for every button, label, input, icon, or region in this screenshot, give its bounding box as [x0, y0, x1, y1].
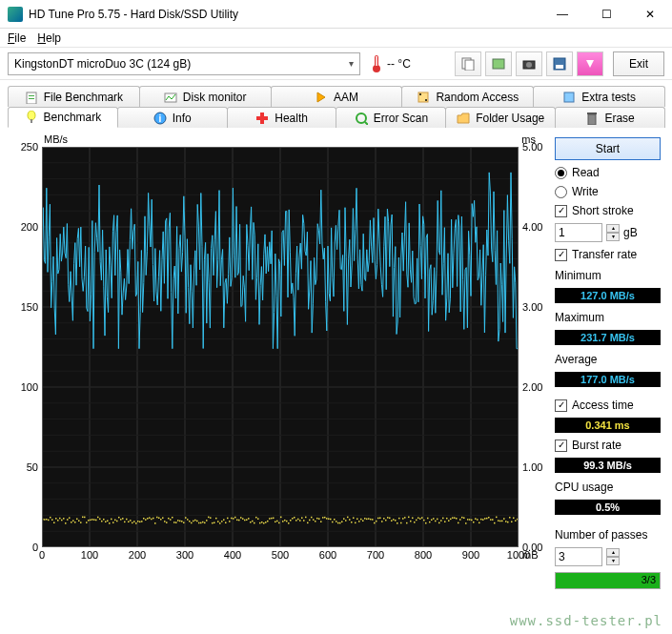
svg-rect-231 — [349, 519, 351, 521]
svg-rect-204 — [297, 519, 299, 521]
svg-rect-148 — [191, 522, 193, 524]
tab-health[interactable]: Health — [227, 107, 337, 128]
svg-rect-190 — [271, 518, 273, 520]
svg-rect-276 — [435, 521, 437, 522]
passes-input[interactable] — [555, 547, 602, 566]
error-icon — [355, 112, 368, 125]
svg-rect-309 — [498, 520, 499, 522]
svg-rect-77 — [55, 518, 57, 520]
maximize-button[interactable]: ☐ — [584, 0, 628, 29]
exit-button[interactable]: Exit — [613, 51, 664, 76]
svg-rect-235 — [356, 519, 358, 521]
passes-spinner[interactable]: ▴▾ — [606, 548, 620, 565]
svg-rect-168 — [229, 521, 231, 522]
svg-rect-117 — [132, 522, 133, 524]
svg-rect-261 — [406, 522, 408, 524]
tab-folder[interactable]: Folder Usage — [445, 107, 556, 128]
x-tick: 500 — [272, 549, 289, 580]
write-radio-row[interactable]: Write — [555, 185, 661, 198]
svg-rect-268 — [419, 518, 421, 520]
toolbar: KingstonDT microDuo 3C (124 gB) ▾ -- °C … — [0, 48, 672, 80]
access-time-check[interactable]: Access time — [555, 399, 661, 412]
short-stroke-spinner[interactable]: ▴▾ — [606, 224, 620, 241]
svg-rect-221 — [330, 519, 332, 521]
minimum-value: 127.0 MB/s — [555, 288, 661, 303]
copy-screenshot-button[interactable] — [485, 51, 512, 76]
save-button[interactable] — [546, 51, 573, 76]
svg-rect-177 — [246, 519, 248, 521]
svg-rect-158 — [210, 517, 212, 519]
svg-rect-87 — [74, 522, 76, 523]
y-left-tick: 250 — [11, 141, 38, 153]
svg-point-16 — [425, 99, 427, 101]
svg-point-24 — [356, 113, 366, 123]
svg-rect-246 — [377, 518, 379, 520]
svg-rect-238 — [362, 520, 364, 522]
svg-rect-317 — [513, 518, 515, 520]
svg-rect-228 — [343, 518, 345, 520]
svg-rect-164 — [221, 521, 223, 522]
svg-rect-94 — [88, 520, 90, 522]
svg-rect-98 — [95, 520, 97, 522]
svg-rect-5 — [493, 59, 504, 69]
tab-file-bench[interactable]: File Benchmark — [8, 86, 140, 107]
tab-label: Random Access — [436, 91, 519, 104]
tab-label: Disk monitor — [183, 91, 247, 104]
menu-help[interactable]: Help — [37, 31, 61, 45]
svg-rect-240 — [366, 519, 368, 521]
close-button[interactable]: ✕ — [628, 0, 672, 29]
read-radio-row[interactable]: Read — [555, 166, 661, 179]
svg-rect-103 — [105, 522, 107, 523]
start-button[interactable]: Start — [555, 137, 661, 160]
svg-rect-274 — [431, 519, 433, 521]
screenshot-button[interactable] — [516, 51, 542, 76]
copy-info-button[interactable] — [455, 51, 481, 76]
aam-icon — [315, 91, 328, 104]
tab-disk-mon[interactable]: Disk monitor — [139, 86, 272, 107]
svg-rect-220 — [328, 518, 330, 520]
svg-rect-104 — [107, 521, 109, 522]
svg-rect-210 — [309, 520, 311, 522]
tab-aam[interactable]: AAM — [271, 86, 403, 107]
chevron-down-icon: ▾ — [349, 58, 354, 69]
svg-rect-125 — [147, 518, 149, 520]
svg-rect-319 — [517, 519, 519, 521]
tab-label: Benchmark — [44, 111, 102, 124]
svg-rect-269 — [421, 517, 423, 519]
y-right-tick: 1.00 — [522, 461, 549, 473]
svg-rect-293 — [467, 519, 469, 521]
svg-rect-194 — [278, 522, 280, 524]
svg-rect-143 — [181, 521, 183, 522]
svg-rect-287 — [456, 518, 458, 520]
svg-rect-262 — [408, 517, 410, 519]
svg-rect-241 — [368, 518, 370, 520]
menu-file[interactable]: File — [8, 31, 26, 45]
svg-rect-232 — [351, 522, 353, 523]
passes-label: Number of passes — [555, 528, 661, 542]
drive-select[interactable]: KingstonDT microDuo 3C (124 gB) ▾ — [8, 52, 360, 75]
options-button[interactable] — [577, 51, 603, 76]
transfer-rate-check[interactable]: Transfer rate — [555, 248, 661, 261]
tab-bench[interactable]: Benchmark — [8, 107, 118, 128]
svg-rect-127 — [151, 519, 153, 521]
short-stroke-input[interactable] — [555, 223, 602, 242]
burst-rate-check[interactable]: Burst rate — [555, 439, 661, 452]
minimize-button[interactable]: — — [540, 0, 584, 29]
tab-info[interactable]: iInfo — [117, 107, 228, 128]
svg-rect-83 — [67, 519, 69, 521]
svg-point-15 — [419, 93, 421, 95]
tab-extra[interactable]: Extra tests — [533, 86, 665, 107]
tab-error[interactable]: Error Scan — [336, 107, 446, 128]
svg-rect-212 — [313, 519, 315, 521]
x-tick: 600 — [319, 549, 336, 580]
svg-rect-129 — [154, 522, 156, 524]
tab-random[interactable]: Random Access — [401, 86, 534, 107]
short-stroke-label: Short stroke — [572, 204, 634, 217]
svg-rect-172 — [236, 520, 238, 522]
short-stroke-check[interactable]: Short stroke — [555, 204, 661, 217]
svg-rect-189 — [269, 518, 271, 520]
y-right-tick: 3.00 — [522, 301, 549, 313]
svg-rect-303 — [486, 518, 488, 520]
svg-rect-318 — [515, 520, 517, 522]
tab-erase[interactable]: Erase — [555, 107, 665, 128]
